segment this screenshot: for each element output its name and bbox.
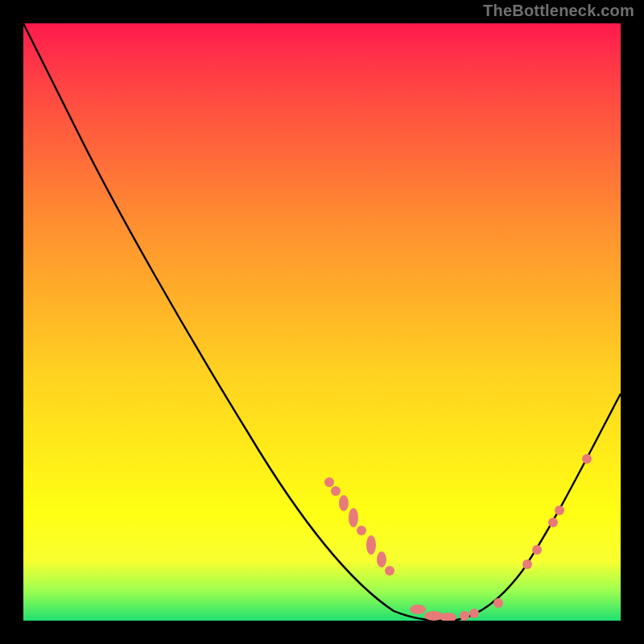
svg-point-17 [555, 506, 564, 515]
svg-point-4 [357, 526, 366, 535]
svg-point-7 [385, 566, 394, 576]
svg-point-2 [339, 495, 349, 511]
svg-point-8 [410, 605, 426, 614]
svg-point-14 [522, 559, 532, 569]
svg-point-13 [493, 598, 503, 608]
svg-point-3 [349, 508, 358, 527]
data-point-markers [324, 454, 592, 621]
svg-point-6 [377, 551, 386, 568]
watermark-text: TheBottleneck.com [483, 2, 634, 20]
svg-point-18 [582, 454, 592, 464]
svg-point-16 [548, 518, 558, 527]
svg-point-9 [424, 611, 444, 621]
bottleneck-curve-svg [23, 23, 621, 621]
svg-point-11 [460, 611, 469, 621]
svg-point-0 [324, 477, 334, 487]
bottleneck-curve-line [23, 23, 621, 621]
svg-point-5 [366, 535, 376, 555]
svg-point-15 [532, 545, 542, 555]
chart-container: TheBottleneck.com [0, 0, 644, 644]
svg-point-1 [331, 486, 341, 496]
svg-point-12 [469, 609, 479, 618]
svg-point-10 [440, 613, 456, 621]
